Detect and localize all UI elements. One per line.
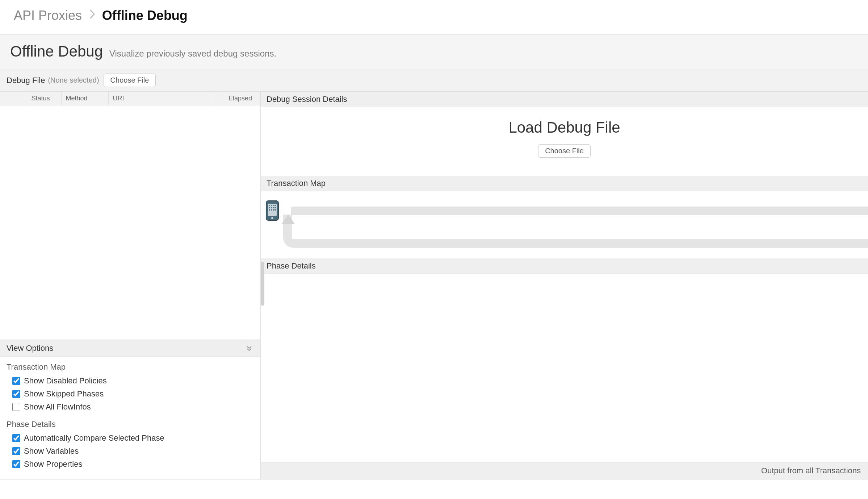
page-header: Offline Debug Visualize previously saved… (0, 34, 868, 70)
table-header-method[interactable]: Method (61, 92, 108, 105)
flow-arrow-icon (282, 215, 295, 224)
choose-file-button-main[interactable]: Choose File (538, 144, 591, 158)
right-panel: Debug Session Details Load Debug File Ch… (261, 92, 868, 479)
transaction-map-label[interactable]: Show Skipped Phases (24, 389, 104, 399)
svg-rect-13 (275, 209, 276, 211)
phase-details-option: Show Properties (7, 460, 254, 469)
debug-file-status: (None selected) (48, 76, 99, 84)
svg-rect-5 (275, 205, 276, 206)
transaction-map-body (261, 191, 868, 258)
breadcrumb-current: Offline Debug (102, 8, 188, 23)
panel-splitter[interactable] (261, 262, 264, 305)
transaction-map-checkbox[interactable] (12, 390, 20, 398)
debug-file-label: Debug File (7, 76, 45, 85)
transaction-map-checkbox[interactable] (12, 403, 20, 411)
transaction-map-option: Show Skipped Phases (7, 389, 254, 399)
page-title: Offline Debug (10, 43, 103, 60)
output-footer: Output from all Transactions (261, 462, 868, 479)
transaction-map-option: Show Disabled Policies (7, 376, 254, 386)
chevron-right-icon (90, 9, 96, 20)
load-debug-file-title: Load Debug File (261, 119, 868, 136)
transaction-map-label[interactable]: Show Disabled Policies (24, 376, 107, 386)
table-header-elapsed[interactable]: Elapsed (213, 92, 260, 105)
choose-file-button[interactable]: Choose File (104, 74, 156, 87)
view-options-panel: View Options Transaction Map Show Disabl… (0, 340, 260, 479)
debug-session-body: Load Debug File Choose File (261, 107, 868, 176)
svg-rect-8 (273, 207, 274, 208)
table-header-uri[interactable]: URI (108, 92, 213, 105)
view-options-phase-details: Phase Details Automatically Compare Sele… (7, 420, 254, 469)
phase-details-label[interactable]: Show Variables (24, 446, 79, 456)
breadcrumb-parent[interactable]: API Proxies (14, 8, 82, 23)
debug-session-details-header: Debug Session Details (261, 92, 868, 107)
transaction-map-checkbox[interactable] (12, 377, 20, 385)
transaction-map-header: Transaction Map (261, 176, 868, 191)
svg-rect-9 (275, 207, 276, 208)
svg-rect-11 (271, 209, 272, 211)
bottom-rule (0, 479, 868, 479)
table-header-blank (0, 92, 27, 105)
collapse-toggle-icon[interactable] (244, 343, 254, 353)
svg-rect-10 (269, 209, 270, 211)
request-flow-bar (291, 207, 868, 215)
phase-details-checkbox[interactable] (12, 434, 20, 442)
phase-details-label[interactable]: Automatically Compare Selected Phase (24, 433, 164, 443)
view-options-title: View Options (7, 344, 53, 353)
view-options-section-title: Transaction Map (7, 362, 254, 372)
view-options-transaction-map: Transaction Map Show Disabled PoliciesSh… (7, 362, 254, 412)
view-options-section-title: Phase Details (7, 420, 254, 429)
breadcrumb: API Proxies Offline Debug (0, 0, 868, 34)
debug-file-bar: Debug File (None selected) Choose File (0, 70, 868, 92)
table-header-status[interactable]: Status (27, 92, 61, 105)
left-panel: Status Method URI Elapsed View Options (0, 92, 261, 479)
response-flow-bar (297, 239, 868, 248)
svg-rect-2 (269, 205, 270, 206)
page-subtitle: Visualize previously saved debug session… (109, 49, 276, 59)
phase-details-checkbox[interactable] (12, 460, 20, 468)
svg-rect-12 (273, 209, 274, 211)
svg-rect-6 (269, 207, 270, 208)
transaction-map-option: Show All FlowInfos (7, 402, 254, 412)
phase-details-checkbox[interactable] (12, 447, 20, 455)
phase-details-body (261, 274, 868, 462)
phase-details-option: Show Variables (7, 446, 254, 456)
svg-point-14 (271, 217, 273, 219)
svg-rect-7 (271, 207, 272, 208)
phase-details-label[interactable]: Show Properties (24, 460, 82, 469)
phase-details-header: Phase Details (261, 258, 868, 274)
client-device-icon (265, 200, 280, 222)
view-options-header: View Options (0, 340, 260, 357)
svg-rect-3 (271, 205, 272, 206)
transaction-map-label[interactable]: Show All FlowInfos (24, 402, 91, 412)
transactions-table: Status Method URI Elapsed (0, 92, 260, 340)
phase-details-option: Automatically Compare Selected Phase (7, 433, 254, 443)
svg-rect-4 (273, 205, 274, 206)
